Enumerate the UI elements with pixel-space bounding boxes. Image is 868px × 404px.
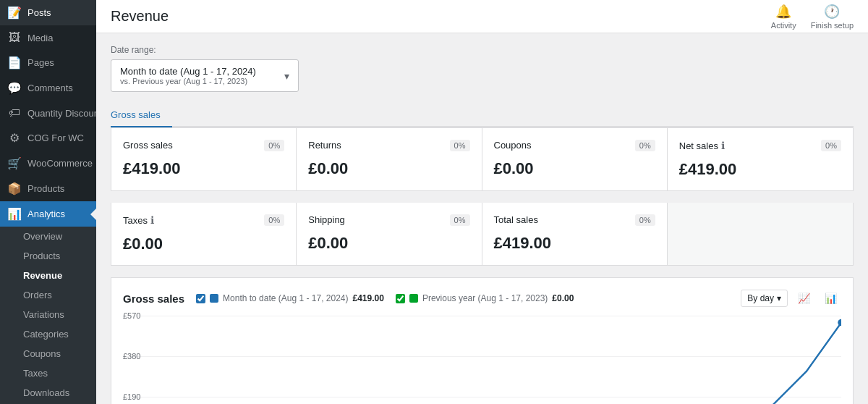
- date-range-sub: vs. Previous year (Aug 1 - 17, 2023): [120, 77, 256, 85]
- stat-card-empty: [668, 203, 853, 265]
- woocommerce-icon: 🛒: [7, 156, 22, 170]
- sidebar-item-woocommerce[interactable]: 🛒 WooCommerce: [0, 151, 96, 176]
- stat-title-net-sales: Net sales ℹ: [679, 140, 841, 151]
- products-icon: 📦: [7, 182, 22, 195]
- main-content: Revenue 🔔 Activity 🕐 Finish setup Date r…: [96, 0, 868, 404]
- stat-badge-taxes: 0%: [264, 214, 284, 226]
- sidebar-item-cog-for-wc[interactable]: ⚙ COG For WC: [0, 125, 96, 151]
- stat-value-net-sales: £419.00: [679, 160, 841, 179]
- sub-item-downloads[interactable]: Downloads: [0, 383, 96, 403]
- activity-label: Activity: [771, 21, 796, 30]
- chart-controls: By day ▾ 📈 📊: [741, 290, 841, 307]
- legend-value-current: £419.00: [353, 293, 384, 303]
- period-select[interactable]: By day ▾: [741, 290, 788, 307]
- content-area: Date range: Month to date (Aug 1 - 17, 2…: [96, 33, 868, 404]
- sidebar-item-label: Analytics: [27, 209, 65, 219]
- sub-item-orders[interactable]: Orders: [0, 285, 96, 305]
- stat-title-shipping: Shipping: [308, 214, 469, 225]
- finish-setup-button[interactable]: 🕐 Finish setup: [811, 4, 854, 30]
- svg-point-0: [838, 319, 841, 327]
- y-label-570: £570: [123, 311, 140, 320]
- stat-card-taxes: Taxes ℹ £0.00 0%: [111, 203, 297, 265]
- stat-title-gross-sales: Gross sales: [123, 140, 284, 151]
- info-icon[interactable]: ℹ: [721, 140, 725, 151]
- sidebar-item-label: Posts: [27, 7, 51, 18]
- date-range-main: Month to date (Aug 1 - 17, 2024): [120, 66, 256, 77]
- legend-label-current: Month to date (Aug 1 - 17, 2024): [223, 293, 348, 303]
- chart-title: Gross sales: [123, 293, 184, 305]
- chart-header: Gross sales Month to date (Aug 1 - 17, 2…: [123, 290, 841, 307]
- comments-icon: 💬: [7, 81, 22, 95]
- chart-tabs: Gross sales: [111, 104, 854, 127]
- cog-for-wc-icon: ⚙: [7, 131, 22, 145]
- legend-checkbox-previous[interactable]: [396, 294, 405, 303]
- stat-badge-gross-sales: 0%: [264, 140, 284, 151]
- sidebar-item-label: Quantity Discounts: [27, 108, 96, 119]
- stat-value-coupons: £0.00: [494, 159, 655, 178]
- stat-value-gross-sales: £419.00: [123, 159, 284, 178]
- sub-item-products[interactable]: Products: [0, 246, 96, 266]
- legend-value-previous: £0.00: [552, 293, 574, 303]
- info-icon[interactable]: ℹ: [150, 214, 154, 226]
- stat-value-total-sales: £419.00: [494, 234, 655, 253]
- sidebar-item-label: Media: [27, 33, 53, 43]
- sidebar-item-label: COG For WC: [27, 132, 84, 143]
- analytics-sub-menu: OverviewProductsRevenueOrdersVariationsC…: [0, 227, 96, 404]
- topbar: Revenue 🔔 Activity 🕐 Finish setup: [96, 0, 868, 33]
- stats-row2: Taxes ℹ £0.00 0% Shipping £0.00 0% Total…: [111, 203, 854, 266]
- sidebar-item-media[interactable]: 🖼 Media: [0, 25, 96, 50]
- activity-button[interactable]: 🔔 Activity: [771, 4, 796, 30]
- legend-checkbox-current[interactable]: [196, 294, 205, 303]
- sidebar-item-quantity-discounts[interactable]: 🏷 Quantity Discounts: [0, 101, 96, 125]
- sub-item-revenue[interactable]: Revenue: [0, 266, 96, 285]
- sidebar: 📝 Posts 🖼 Media 📄 Pages 💬 Comments 🏷 Qua…: [0, 0, 96, 404]
- stat-card-shipping: Shipping £0.00 0%: [297, 203, 482, 265]
- quantity-discounts-icon: 🏷: [7, 106, 22, 119]
- stat-card-returns: Returns £0.00 0%: [297, 128, 482, 190]
- stat-card-total-sales: Total sales £419.00 0%: [482, 203, 668, 265]
- legend-label-previous: Previous year (Aug 1 - 17, 2023): [422, 293, 548, 303]
- date-range-select[interactable]: Month to date (Aug 1 - 17, 2024) vs. Pre…: [111, 59, 299, 92]
- stat-title-coupons: Coupons: [494, 140, 655, 151]
- sidebar-item-posts[interactable]: 📝 Posts: [0, 0, 96, 25]
- chevron-down-icon: ▾: [284, 70, 289, 82]
- tab-gross-sales[interactable]: Gross sales: [111, 104, 172, 127]
- date-range-text: Month to date (Aug 1 - 17, 2024) vs. Pre…: [120, 66, 256, 85]
- sub-item-variations[interactable]: Variations: [0, 305, 96, 324]
- chart-legend: Month to date (Aug 1 - 17, 2024) £419.00…: [196, 293, 729, 303]
- stat-value-taxes: £0.00: [123, 235, 284, 253]
- sidebar-items: 📝 Posts 🖼 Media 📄 Pages 💬 Comments 🏷 Qua…: [0, 0, 96, 404]
- stat-badge-shipping: 0%: [450, 214, 470, 226]
- topbar-actions: 🔔 Activity 🕐 Finish setup: [771, 4, 854, 30]
- bar-chart-icon[interactable]: 📊: [820, 290, 841, 307]
- sidebar-item-label: Pages: [27, 57, 54, 68]
- legend-dot-current: [210, 294, 218, 303]
- sidebar-item-pages[interactable]: 📄 Pages: [0, 50, 96, 75]
- posts-icon: 📝: [7, 6, 22, 20]
- line-chart-icon[interactable]: 📈: [793, 290, 814, 307]
- sidebar-item-label: Comments: [27, 83, 73, 93]
- sidebar-item-comments[interactable]: 💬 Comments: [0, 75, 96, 101]
- sidebar-item-products[interactable]: 📦 Products: [0, 176, 96, 201]
- stat-badge-coupons: 0%: [635, 140, 655, 151]
- page-title: Revenue: [111, 8, 169, 25]
- chevron-down-icon: ▾: [777, 293, 781, 303]
- stats-row1: Gross sales £419.00 0% Returns £0.00 0% …: [111, 127, 854, 191]
- legend-dot-previous: [409, 294, 418, 303]
- legend-item-previous: Previous year (Aug 1 - 17, 2023) £0.00: [396, 293, 574, 303]
- chart-svg: [148, 316, 841, 404]
- sub-item-coupons[interactable]: Coupons: [0, 344, 96, 363]
- stat-title-total-sales: Total sales: [494, 214, 655, 225]
- sub-item-categories[interactable]: Categories: [0, 324, 96, 344]
- legend-item-current: Month to date (Aug 1 - 17, 2024) £419.00: [196, 293, 384, 303]
- sub-item-overview[interactable]: Overview: [0, 227, 96, 246]
- sidebar-item-label: WooCommerce: [27, 158, 93, 169]
- date-range-label: Date range:: [111, 45, 854, 55]
- media-icon: 🖼: [7, 31, 22, 44]
- stat-badge-total-sales: 0%: [635, 214, 655, 226]
- y-label-190: £190: [123, 392, 140, 401]
- sidebar-item-analytics[interactable]: 📊 Analytics: [0, 201, 96, 227]
- sub-item-taxes[interactable]: Taxes: [0, 363, 96, 383]
- sidebar-item-label: Products: [27, 183, 64, 194]
- stat-value-shipping: £0.00: [308, 234, 469, 253]
